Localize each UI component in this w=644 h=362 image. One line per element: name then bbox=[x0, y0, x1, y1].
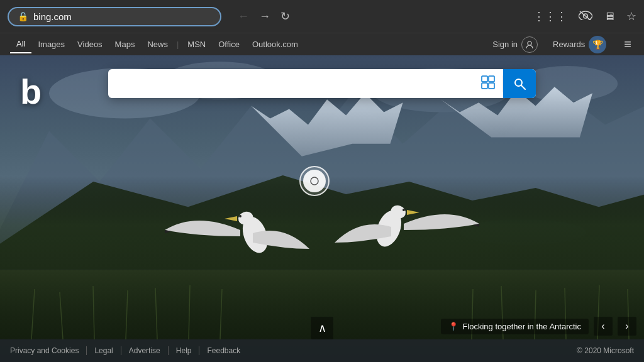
rewards-label: Rewards bbox=[553, 40, 585, 49]
image-caption-text: Flocking together in the Antarctic bbox=[462, 322, 581, 331]
bing-b-letter: b bbox=[20, 72, 42, 111]
footer-help-link[interactable]: Help bbox=[169, 346, 200, 355]
tab-images[interactable]: Images bbox=[31, 36, 71, 53]
tv-icon[interactable]: 🖥 bbox=[604, 10, 615, 23]
prev-image-button[interactable]: ‹ bbox=[594, 317, 613, 336]
footer: Privacy and Cookies Legal Advertise Help… bbox=[0, 339, 644, 362]
search-input[interactable] bbox=[108, 78, 474, 89]
sign-in-button[interactable]: Sign in bbox=[487, 34, 543, 55]
svg-line-38 bbox=[521, 85, 525, 89]
nav-buttons: ← → ↻ bbox=[238, 11, 290, 22]
back-button[interactable]: ← bbox=[238, 11, 249, 22]
footer-feedback-link[interactable]: Feedback bbox=[199, 346, 248, 355]
search-bar bbox=[108, 69, 536, 98]
tab-all[interactable]: All bbox=[10, 35, 31, 53]
address-text: bing.com bbox=[33, 11, 211, 22]
browser-chrome: 🔒 bing.com ← → ↻ ⋮⋮⋮ 🖥 ☆ All Images Vide… bbox=[0, 0, 644, 55]
location-pin-icon: 📍 bbox=[448, 322, 458, 331]
nav-tabs: All Images Videos Maps News | MSN Office… bbox=[0, 33, 644, 55]
tab-videos[interactable]: Videos bbox=[71, 36, 109, 53]
footer-links: Privacy and Cookies Legal Advertise Help… bbox=[10, 346, 248, 355]
footer-legal-link[interactable]: Legal bbox=[87, 346, 121, 355]
svg-point-32 bbox=[402, 209, 405, 211]
svg-point-29 bbox=[239, 215, 242, 217]
chevron-up-icon: ∧ bbox=[318, 321, 326, 335]
sign-in-label: Sign in bbox=[492, 40, 518, 49]
tab-maps[interactable]: Maps bbox=[109, 36, 142, 53]
play-inner-circle bbox=[303, 170, 326, 192]
svg-rect-33 bbox=[482, 76, 487, 82]
svg-rect-35 bbox=[482, 83, 487, 89]
tab-outlook[interactable]: Outlook.com bbox=[246, 36, 304, 53]
address-bar-row: 🔒 bing.com ← → ↻ ⋮⋮⋮ 🖥 ☆ bbox=[0, 0, 644, 33]
play-triangle-icon bbox=[310, 177, 319, 185]
toolbar-icons: ⋮⋮⋮ 🖥 ☆ bbox=[533, 9, 636, 23]
apps-icon[interactable]: ⋮⋮⋮ bbox=[533, 9, 567, 23]
refresh-button[interactable]: ↻ bbox=[280, 11, 290, 22]
svg-rect-34 bbox=[489, 76, 494, 82]
forward-button[interactable]: → bbox=[259, 11, 270, 22]
tab-office[interactable]: Office bbox=[212, 36, 246, 53]
tab-news[interactable]: News bbox=[141, 36, 174, 53]
tab-msn[interactable]: MSN bbox=[181, 36, 212, 53]
copyright-text: © 2020 Microsoft bbox=[577, 346, 634, 355]
favorites-icon[interactable]: ☆ bbox=[626, 9, 636, 23]
search-container bbox=[108, 69, 536, 98]
location-tag: 📍 Flocking together in the Antarctic bbox=[441, 319, 589, 334]
svg-rect-36 bbox=[489, 83, 494, 89]
nav-right: Sign in Rewards 🏆 ≡ bbox=[487, 33, 634, 56]
image-info-bar: 📍 Flocking together in the Antarctic ‹ › bbox=[433, 313, 644, 339]
search-submit-button[interactable] bbox=[503, 69, 536, 98]
footer-privacy-link[interactable]: Privacy and Cookies bbox=[10, 346, 87, 355]
user-avatar-icon bbox=[521, 36, 538, 53]
eye-icon[interactable] bbox=[579, 10, 592, 23]
search-icon bbox=[513, 77, 526, 90]
svg-point-2 bbox=[528, 41, 531, 45]
rewards-button[interactable]: Rewards 🏆 bbox=[548, 33, 611, 56]
main-content: b bbox=[0, 55, 644, 362]
next-image-button[interactable]: › bbox=[618, 317, 636, 336]
visual-search-icon[interactable] bbox=[474, 75, 503, 92]
play-button[interactable] bbox=[299, 166, 330, 196]
hamburger-button[interactable]: ≡ bbox=[621, 35, 634, 54]
scroll-up-button[interactable]: ∧ bbox=[311, 317, 333, 339]
address-bar[interactable]: 🔒 bing.com bbox=[8, 7, 221, 26]
svg-point-39 bbox=[311, 177, 318, 185]
lock-icon: 🔒 bbox=[18, 11, 28, 21]
bing-logo[interactable]: b bbox=[20, 74, 42, 109]
nav-separator: | bbox=[177, 40, 179, 49]
footer-advertise-link[interactable]: Advertise bbox=[121, 346, 169, 355]
rewards-badge-icon: 🏆 bbox=[589, 36, 606, 53]
